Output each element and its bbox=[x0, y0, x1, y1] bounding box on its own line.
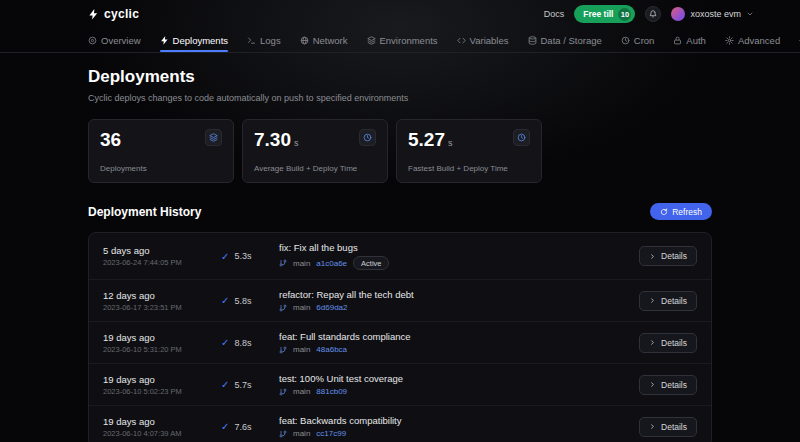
commit-message: feat: Backwards compatibility bbox=[279, 415, 639, 426]
check-icon: ✓ bbox=[221, 337, 229, 348]
commit-hash[interactable]: 881cb09 bbox=[316, 387, 347, 396]
commit-message: feat: Full standards compliance bbox=[279, 331, 639, 342]
commit-hash[interactable]: 48a6bca bbox=[316, 345, 347, 354]
details-button[interactable]: Details bbox=[639, 291, 697, 311]
branch-name: main bbox=[293, 429, 310, 438]
avatar bbox=[671, 7, 685, 21]
main-content: Deployments Cyclic deploys changes to co… bbox=[0, 53, 800, 442]
git-branch-icon bbox=[279, 346, 287, 354]
deployment-row: 19 days ago 2023-06-10 4:07:39 AM ✓ 7.6s… bbox=[89, 405, 711, 442]
git-branch-icon bbox=[279, 259, 287, 267]
branch-name: main bbox=[293, 259, 310, 268]
docs-link[interactable]: Docs bbox=[544, 9, 565, 19]
commit-message: refactor: Repay all the tech debt bbox=[279, 289, 639, 300]
build-duration: 5.8s bbox=[234, 296, 251, 306]
tab-auth[interactable]: Auth bbox=[673, 28, 706, 52]
refresh-button[interactable]: Refresh bbox=[650, 203, 712, 220]
code-icon bbox=[457, 36, 466, 45]
build-duration: 5.3s bbox=[234, 251, 251, 261]
stat-card-average-time: 7.30s Average Build + Deploy Time bbox=[242, 119, 388, 183]
deploy-time-ago: 5 days ago bbox=[103, 245, 221, 256]
page-subtitle: Cyclic deploys changes to code automatic… bbox=[88, 93, 712, 103]
chevron-down-icon bbox=[746, 10, 754, 18]
deploy-time-ago: 19 days ago bbox=[103, 374, 221, 385]
details-button[interactable]: Details bbox=[639, 333, 697, 353]
target-icon bbox=[88, 36, 97, 45]
chevron-right-icon bbox=[649, 253, 656, 260]
deploy-timestamp: 2023-06-10 4:07:39 AM bbox=[103, 429, 221, 438]
stats-row: 36 Deployments 7.30s Average Build + Dep… bbox=[88, 119, 712, 183]
deployment-row: 12 days ago 2023-06-17 3:23:51 PM ✓ 5.8s… bbox=[89, 279, 711, 321]
tab-label: Advanced bbox=[738, 35, 780, 46]
tab-deployments[interactable]: Deployments bbox=[160, 28, 228, 52]
deployment-row: 19 days ago 2023-06-10 5:31:20 PM ✓ 8.8s… bbox=[89, 321, 711, 363]
commit-hash[interactable]: a1c0a6e bbox=[316, 259, 347, 268]
commit-hash[interactable]: 6d69da2 bbox=[316, 303, 347, 312]
commit-message: fix: Fix all the bugs bbox=[279, 242, 639, 253]
notifications-button[interactable] bbox=[645, 6, 661, 22]
bell-icon bbox=[649, 10, 657, 18]
stat-value: 36 bbox=[100, 129, 121, 151]
stat-value: 7.30 bbox=[254, 129, 291, 151]
chevron-right-icon bbox=[649, 381, 656, 388]
tab-cron[interactable]: Cron bbox=[621, 28, 655, 52]
deployment-row: 19 days ago 2023-06-10 5:02:23 PM ✓ 5.7s… bbox=[89, 363, 711, 405]
chevron-right-icon bbox=[649, 423, 656, 430]
tab-variables[interactable]: Variables bbox=[457, 28, 509, 52]
tab-overview[interactable]: Overview bbox=[88, 28, 141, 52]
top-header: cyclic Docs Free till 10 xoxoste evm bbox=[0, 0, 800, 28]
username: xoxoste evm bbox=[690, 9, 741, 19]
app-logo[interactable]: cyclic bbox=[88, 7, 139, 21]
commit-message: test: 100% Unit test coverage bbox=[279, 373, 639, 384]
tab-label: Environments bbox=[380, 35, 438, 46]
tab-label: Network bbox=[313, 35, 348, 46]
tab-label: Cron bbox=[634, 35, 655, 46]
tab-label: Overview bbox=[101, 35, 141, 46]
chevron-right-icon bbox=[649, 297, 656, 304]
commit-hash[interactable]: cc17c99 bbox=[316, 429, 346, 438]
plan-button[interactable]: Free till 10 bbox=[574, 5, 635, 23]
deploy-timestamp: 2023-06-10 5:02:23 PM bbox=[103, 387, 221, 396]
details-button[interactable]: Details bbox=[639, 246, 697, 266]
build-duration: 5.7s bbox=[234, 380, 251, 390]
tab-label: Variables bbox=[470, 35, 509, 46]
clock-icon bbox=[621, 36, 630, 45]
build-duration: 7.6s bbox=[234, 422, 251, 432]
page-title: Deployments bbox=[88, 67, 712, 87]
tab-data-storage[interactable]: Data / Storage bbox=[528, 28, 602, 52]
deploy-timestamp: 2023-06-24 7:44:05 PM bbox=[103, 258, 221, 267]
details-button[interactable]: Details bbox=[639, 375, 697, 395]
gear-icon bbox=[725, 36, 734, 45]
stat-value: 5.27 bbox=[408, 129, 445, 151]
user-menu[interactable]: xoxoste evm bbox=[671, 7, 754, 21]
main-nav: Overview Deployments Logs Network Enviro… bbox=[0, 28, 800, 53]
tab-environments[interactable]: Environments bbox=[367, 28, 438, 52]
check-icon: ✓ bbox=[221, 379, 229, 390]
active-badge: Active bbox=[353, 256, 389, 270]
tab-logs[interactable]: Logs bbox=[247, 28, 281, 52]
stat-label: Deployments bbox=[100, 164, 222, 173]
lock-icon bbox=[673, 36, 682, 45]
globe-icon bbox=[300, 36, 309, 45]
deploy-time-ago: 19 days ago bbox=[103, 416, 221, 427]
tab-advanced[interactable]: Advanced bbox=[725, 28, 780, 52]
check-icon: ✓ bbox=[221, 421, 229, 432]
tab-network[interactable]: Network bbox=[300, 28, 348, 52]
tab-label: Logs bbox=[260, 35, 281, 46]
deploy-timestamp: 2023-06-17 3:23:51 PM bbox=[103, 303, 221, 312]
tab-label: Auth bbox=[686, 35, 706, 46]
check-icon: ✓ bbox=[221, 295, 229, 306]
deployment-history-list: 5 days ago 2023-06-24 7:44:05 PM ✓ 5.3s … bbox=[88, 232, 712, 442]
build-duration: 8.8s bbox=[234, 338, 251, 348]
check-icon: ✓ bbox=[221, 251, 229, 262]
deploy-time-ago: 12 days ago bbox=[103, 290, 221, 301]
chevron-right-icon bbox=[649, 339, 656, 346]
terminal-icon bbox=[247, 36, 256, 45]
tab-label: Deployments bbox=[173, 35, 228, 46]
plan-label: Free till bbox=[583, 9, 613, 19]
bolt-icon bbox=[160, 36, 169, 45]
database-icon bbox=[528, 36, 537, 45]
details-button[interactable]: Details bbox=[639, 417, 697, 437]
plan-count-badge: 10 bbox=[618, 8, 631, 21]
git-branch-icon bbox=[279, 430, 287, 438]
